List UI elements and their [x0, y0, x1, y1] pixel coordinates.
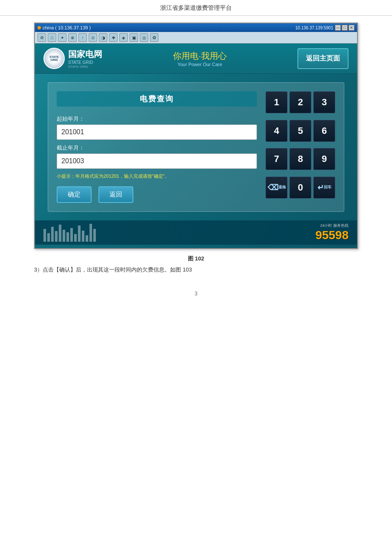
- toolbar-icon-2[interactable]: □: [48, 33, 56, 42]
- city-bar-3: [51, 227, 54, 242]
- city-bar-11: [82, 231, 84, 242]
- app-header: STATEGRID 国家电网 STATE GRID STATE GRID 你用电…: [35, 43, 357, 74]
- logo-en: STATE GRID: [68, 60, 102, 65]
- toolbar-icon-12[interactable]: ❂: [150, 33, 159, 42]
- numpad-key-回车[interactable]: ↵回车: [313, 176, 335, 199]
- end-label: 截止年月：: [57, 144, 257, 152]
- city-bar-5: [59, 225, 61, 242]
- slogan: 你用电·我用心 Your Power Our Care: [173, 50, 227, 67]
- toolbar-icon-8[interactable]: ❖: [109, 33, 118, 42]
- numpad-key-1[interactable]: 1: [265, 91, 288, 113]
- hotline-number: 95598: [315, 228, 349, 242]
- page-number: 3: [0, 291, 392, 297]
- city-bar-12: [86, 235, 88, 242]
- numpad: 123456789⌫退格0↵回车: [265, 91, 335, 203]
- browser-window: china ( 10.136.37.139 ) 10.136.37.139:59…: [34, 23, 358, 249]
- toolbar-icon-9[interactable]: ◈: [119, 33, 128, 42]
- title-dot-icon: [37, 26, 41, 29]
- end-input[interactable]: [57, 153, 257, 169]
- city-bar-9: [74, 234, 77, 242]
- city-bar-14: [93, 229, 96, 242]
- logo-text: 国家电网 STATE GRID STATE GRID: [68, 49, 102, 69]
- city-bar-13: [89, 224, 92, 242]
- city-bar-6: [63, 230, 65, 242]
- hotline-label: 24小时 服务热线: [315, 223, 349, 228]
- numpad-key-0[interactable]: 0: [289, 176, 311, 199]
- start-input[interactable]: [57, 124, 257, 140]
- toolbar-icon-3[interactable]: ✦: [58, 33, 66, 42]
- bottom-bar: 24小时 服务热线 95598: [35, 220, 357, 245]
- logo-area: STATEGRID 国家电网 STATE GRID STATE GRID: [43, 48, 102, 69]
- back-to-home-button[interactable]: 返回主页面: [297, 48, 349, 69]
- start-label: 起始年月：: [57, 115, 257, 123]
- close-button[interactable]: ✕: [349, 25, 355, 31]
- form-panel: 电费查询 起始年月： 截止年月： 小提示：年月格式应为201201，输入完成请按…: [48, 82, 344, 212]
- numpad-key-9[interactable]: 9: [313, 148, 335, 170]
- form-buttons: 确定 返回: [57, 186, 257, 203]
- city-skyline-icon: [43, 224, 96, 242]
- logo-en2: STATE GRID: [68, 65, 102, 69]
- city-bar-4: [55, 231, 58, 242]
- browser-title: china ( 10.136.37.139 ): [43, 25, 91, 30]
- numpad-key-3[interactable]: 3: [313, 91, 335, 113]
- minimize-button[interactable]: —: [335, 25, 341, 31]
- title-bar-left: china ( 10.136.37.139 ): [37, 25, 91, 30]
- toolbar-icon-5[interactable]: ↑: [78, 33, 87, 42]
- title-bar-right: 10.136.37.139:5901 — □ ✕: [295, 25, 355, 31]
- slogan-cn: 你用电·我用心: [173, 50, 227, 62]
- window-controls: — □ ✕: [335, 25, 355, 31]
- city-bar-8: [70, 228, 73, 242]
- form-left: 电费查询 起始年月： 截止年月： 小提示：年月格式应为201201，输入完成请按…: [57, 91, 257, 203]
- slogan-en: Your Power Our Care: [173, 62, 227, 67]
- numpad-key-6[interactable]: 6: [313, 120, 335, 142]
- numpad-key-7[interactable]: 7: [265, 148, 288, 170]
- back-button[interactable]: 返回: [98, 186, 133, 203]
- numpad-key-退格[interactable]: ⌫退格: [265, 176, 288, 199]
- city-bar-10: [78, 225, 81, 242]
- toolbar-icon-1[interactable]: ⚙: [37, 33, 46, 42]
- form-title: 电费查询: [57, 91, 257, 107]
- toolbar-icon-4[interactable]: ⊕: [68, 33, 77, 42]
- numpad-key-8[interactable]: 8: [289, 148, 311, 170]
- toolbar-icon-7[interactable]: ◑: [99, 33, 107, 42]
- city-bar-7: [66, 232, 69, 242]
- toolbar-icon-11[interactable]: ◎: [140, 33, 148, 42]
- logo-circle-icon: STATEGRID: [43, 48, 65, 69]
- app-content: STATEGRID 国家电网 STATE GRID STATE GRID 你用电…: [35, 43, 357, 248]
- restore-button[interactable]: □: [342, 25, 348, 31]
- page-title: 浙江省多渠道缴费管理平台: [0, 0, 392, 16]
- city-bar-2: [47, 233, 50, 242]
- toolbar-icon-10[interactable]: ▣: [130, 33, 138, 42]
- logo-cn: 国家电网: [68, 49, 102, 60]
- numpad-key-5[interactable]: 5: [289, 120, 311, 142]
- hint-text: 小提示：年月格式应为201201，输入完成请按"确定"。: [57, 173, 257, 179]
- toolbar-icon-6[interactable]: ⊙: [89, 33, 97, 42]
- hotline-area: 24小时 服务热线 95598: [315, 223, 349, 242]
- browser-toolbar: ⚙ □ ✦ ⊕ ↑ ⊙ ◑ ❖ ◈ ▣ ◎ ❂: [35, 32, 357, 43]
- toolbar-icons: ⚙ □ ✦ ⊕ ↑ ⊙ ◑ ❖ ◈ ▣ ◎ ❂: [37, 33, 159, 42]
- numpad-key-4[interactable]: 4: [265, 120, 288, 142]
- confirm-button[interactable]: 确定: [57, 186, 92, 203]
- browser-address: 10.136.37.139:5901: [295, 26, 333, 30]
- title-bar: china ( 10.136.37.139 ) 10.136.37.139:59…: [35, 23, 357, 32]
- numpad-key-2[interactable]: 2: [289, 91, 311, 113]
- figure-caption: 图 102: [0, 255, 392, 263]
- figure-description: 3）点击【确认】后，出现其这一段时间内的欠费信息。如图 103: [34, 266, 358, 274]
- city-bar-1: [43, 229, 46, 242]
- page-title-text: 浙江省多渠道缴费管理平台: [160, 4, 232, 11]
